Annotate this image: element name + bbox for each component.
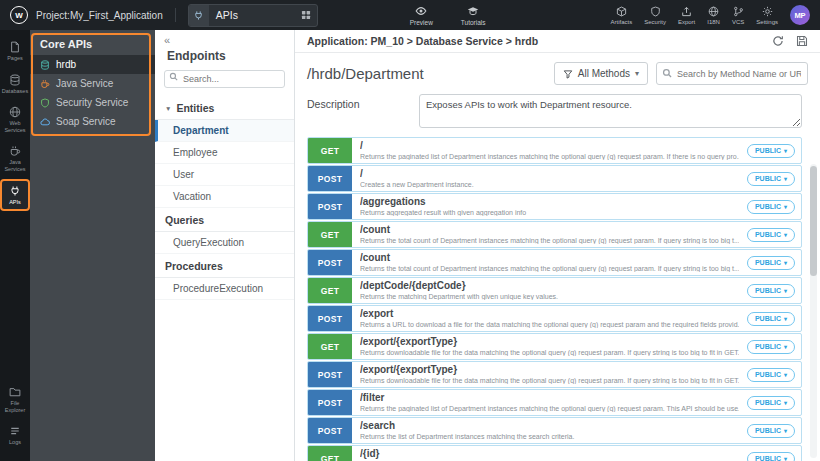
endpoint-item-department[interactable]: Department — [155, 120, 294, 142]
sidebar-item-pages[interactable]: Pages — [1, 36, 29, 67]
access-level-dropdown[interactable]: PUBLIC ▾ — [747, 312, 795, 326]
security-button[interactable]: Security — [644, 6, 666, 25]
sidebar-item-file-explorer[interactable]: File Explorer — [1, 381, 29, 418]
http-method-badge: GET — [308, 222, 352, 247]
endpoint-path: /deptCode/{deptCode} — [360, 281, 739, 291]
access-level-dropdown[interactable]: PUBLIC ▾ — [747, 200, 795, 214]
api-endpoint-row[interactable]: GET /deptCode/{deptCode} Returns the mat… — [307, 277, 802, 304]
endpoint-path: /filter — [360, 393, 739, 403]
api-endpoint-row[interactable]: POST /count Returns the total count of D… — [307, 249, 802, 276]
http-method-badge: POST — [308, 390, 352, 415]
endpoint-path: /export/{exportType} — [360, 365, 739, 375]
sidebar-item-web-services[interactable]: Web Services — [1, 101, 29, 138]
sidebar-item-label: Pages — [7, 55, 23, 62]
access-level-dropdown[interactable]: PUBLIC ▾ — [747, 424, 795, 438]
save-button[interactable] — [796, 35, 808, 47]
endpoints-search-input[interactable] — [164, 70, 285, 88]
artifacts-label: Artifacts — [611, 19, 633, 25]
shield-icon — [40, 98, 50, 108]
access-level-label: PUBLIC — [755, 287, 781, 294]
vertical-scrollbar[interactable] — [810, 164, 817, 458]
http-method-badge: POST — [308, 250, 352, 275]
http-method-badge: GET — [308, 446, 352, 461]
access-level-dropdown[interactable]: PUBLIC ▾ — [747, 228, 795, 242]
access-level-dropdown[interactable]: PUBLIC ▾ — [747, 256, 795, 270]
vcs-button[interactable]: VCS — [732, 6, 744, 25]
endpoint-item-employee[interactable]: Employee — [155, 142, 294, 164]
api-endpoint-row[interactable]: POST /aggregations Returns aggregated re… — [307, 193, 802, 220]
cube-icon — [616, 6, 627, 17]
search-icon — [662, 68, 672, 78]
api-endpoint-row[interactable]: POST /search Returns the list of Departm… — [307, 417, 802, 444]
scrollbar-thumb[interactable] — [810, 166, 817, 276]
access-level-dropdown[interactable]: PUBLIC ▾ — [747, 368, 795, 382]
api-endpoint-list: GET / Returns the paginated list of Depa… — [307, 137, 802, 461]
globe-icon — [9, 106, 21, 118]
section-procedures[interactable]: Procedures — [155, 254, 294, 278]
method-search-input[interactable] — [656, 62, 808, 85]
tutorials-button[interactable]: Tutorials — [461, 5, 486, 26]
save-icon — [796, 35, 808, 47]
module-selector-label: APIs — [209, 9, 301, 21]
api-endpoint-row[interactable]: POST / Creates a new Department instance… — [307, 165, 802, 192]
api-endpoint-row[interactable]: GET /count Returns the total count of De… — [307, 221, 802, 248]
endpoint-item-queryexecution[interactable]: QueryExecution — [155, 232, 294, 254]
sidebar-item-apis[interactable]: APIs — [1, 180, 29, 211]
access-level-dropdown[interactable]: PUBLIC ▾ — [747, 144, 795, 158]
wavemaker-logo-icon[interactable]: W — [10, 6, 28, 24]
description-textarea[interactable]: Exposes APIs to work with Department res… — [419, 94, 802, 128]
page-title: /hrdb/Department — [307, 65, 424, 82]
sidebar-item-label: APIs — [9, 199, 21, 206]
access-level-dropdown[interactable]: PUBLIC ▾ — [747, 340, 795, 354]
core-api-item-security-service[interactable]: Security Service — [30, 93, 155, 112]
collapse-panel-button[interactable]: « — [164, 35, 170, 46]
shield-icon — [650, 6, 661, 17]
api-endpoint-row[interactable]: POST /filter Returns the paginated list … — [307, 389, 802, 416]
user-avatar[interactable]: MP — [790, 5, 810, 25]
section-label: Queries — [165, 214, 204, 226]
api-endpoint-row[interactable]: GET /{id} Returns the Department instanc… — [307, 445, 802, 461]
i18n-button[interactable]: I18N — [707, 6, 720, 25]
api-module-icon — [189, 5, 209, 26]
api-endpoint-row[interactable]: POST /export/{exportType} Returns downlo… — [307, 361, 802, 388]
access-level-dropdown[interactable]: PUBLIC ▾ — [747, 284, 795, 298]
sidebar-item-databases[interactable]: Databases — [1, 69, 29, 100]
chevron-down-icon: ▾ — [784, 203, 787, 210]
preview-button[interactable]: Preview — [410, 5, 433, 26]
module-selector-dropdown[interactable]: APIs — [188, 4, 318, 27]
section-queries[interactable]: Queries — [155, 208, 294, 232]
refresh-button[interactable] — [772, 35, 784, 47]
api-endpoint-row[interactable]: GET / Returns the paginated list of Depa… — [307, 137, 802, 164]
sidebar-item-logs[interactable]: Logs — [1, 420, 29, 451]
core-api-item-soap-service[interactable]: Soap Service — [30, 112, 155, 131]
sidebar-item-java-services[interactable]: Java Services — [1, 140, 29, 177]
i18n-label: I18N — [707, 19, 720, 25]
core-api-label: hrdb — [56, 59, 76, 70]
export-button[interactable]: Export — [678, 6, 695, 25]
section-entities[interactable]: ▼ Entities — [155, 96, 294, 120]
endpoint-path: / — [360, 141, 739, 151]
methods-filter-dropdown[interactable]: All Methods ▾ — [554, 62, 648, 85]
access-level-dropdown[interactable]: PUBLIC ▾ — [747, 452, 795, 461]
endpoint-item-user[interactable]: User — [155, 164, 294, 186]
artifacts-button[interactable]: Artifacts — [611, 6, 633, 25]
endpoint-item-vacation[interactable]: Vacation — [155, 186, 294, 208]
tutorials-label: Tutorials — [461, 19, 486, 26]
security-label: Security — [644, 19, 666, 25]
endpoint-path: /search — [360, 421, 739, 431]
http-method-badge: POST — [308, 362, 352, 387]
section-label: Entities — [176, 102, 214, 114]
endpoint-item-procedureexecution[interactable]: ProcedureExecution — [155, 278, 294, 300]
api-endpoint-row[interactable]: GET /export/{exportType} Returns downloa… — [307, 333, 802, 360]
settings-button[interactable]: Settings — [756, 6, 778, 25]
access-level-label: PUBLIC — [755, 231, 781, 238]
core-api-item-hrdb[interactable]: hrdb — [30, 55, 155, 74]
access-level-dropdown[interactable]: PUBLIC ▾ — [747, 396, 795, 410]
plug-icon — [9, 185, 21, 197]
endpoint-description: Returns the total count of Department in… — [360, 237, 739, 244]
api-endpoint-row[interactable]: POST /export Returns a URL to download a… — [307, 305, 802, 332]
core-api-item-java-service[interactable]: Java Service — [30, 74, 155, 93]
left-icon-sidebar: Pages Databases Web Services Java Servic… — [0, 30, 30, 461]
endpoint-description: Creates a new Department instance. — [360, 181, 739, 188]
access-level-dropdown[interactable]: PUBLIC ▾ — [747, 172, 795, 186]
